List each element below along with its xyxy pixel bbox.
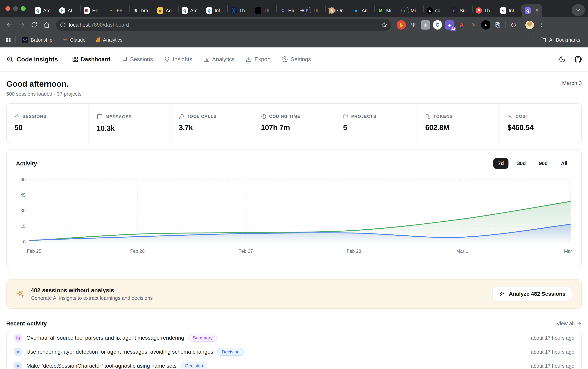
c-purple-favicon: C bbox=[280, 7, 286, 14]
grid-icon bbox=[72, 56, 78, 62]
triangle-black-favicon: ▲ bbox=[427, 7, 433, 14]
svg-text:0: 0 bbox=[23, 239, 26, 244]
nav-item-settings[interactable]: Settings bbox=[278, 53, 315, 65]
tab-label: Mi bbox=[411, 8, 416, 13]
code-insights-logo-icon bbox=[6, 56, 14, 63]
bulb-icon bbox=[164, 56, 170, 62]
browser-tab[interactable]: ◇Mi bbox=[399, 4, 423, 17]
nav-item-analytics[interactable]: Analytics bbox=[199, 53, 238, 65]
svg-text:Feb 27: Feb 27 bbox=[238, 248, 253, 254]
browser-tab[interactable]: ▲co bbox=[424, 4, 448, 17]
browser-tab[interactable]: CHir bbox=[277, 4, 301, 17]
analyze-sessions-button[interactable]: Analyze 482 Sessions bbox=[492, 287, 572, 301]
range-button-30d[interactable]: 30d bbox=[512, 158, 530, 169]
browser-tab[interactable]: QArc bbox=[32, 4, 56, 17]
recent-activity-row[interactable]: Use rendering-layer detection for agent … bbox=[7, 345, 581, 359]
browser-tab[interactable]: AIInt bbox=[497, 4, 522, 17]
bookmark-item-batonship[interactable]: </>Batonship bbox=[20, 35, 55, 44]
nav-item-insights[interactable]: Insights bbox=[160, 53, 196, 65]
leaf-favicon: ❧ bbox=[108, 7, 114, 14]
activity-timestamp: about 17 hours ago bbox=[531, 363, 574, 369]
activity-item-title: Make `detectSessionCharacter` tool-agnos… bbox=[26, 363, 176, 369]
browser-menu-button[interactable] bbox=[536, 20, 547, 30]
tab-search-chevron-button[interactable] bbox=[572, 4, 585, 16]
recent-activity-row[interactable]: Make `detectSessionCharacter` tool-agnos… bbox=[7, 359, 581, 369]
message-icon bbox=[97, 114, 103, 120]
tab-list: QArcHAIⅢHo❧FeBbra☻AdQArcQInf╳ThThCHirPTh… bbox=[32, 0, 295, 17]
nav-label: Analytics bbox=[212, 56, 235, 63]
browser-tab[interactable]: PTh bbox=[301, 4, 326, 17]
browser-tab[interactable]: ☻Ad bbox=[155, 4, 178, 17]
current-date: March 3 bbox=[562, 80, 582, 86]
browser-tab[interactable]: Th bbox=[252, 4, 277, 17]
browser-tab[interactable]: ◆An bbox=[351, 4, 374, 17]
back-button[interactable] bbox=[4, 20, 15, 30]
close-tab-icon[interactable]: ✕ bbox=[535, 8, 539, 13]
reload-button[interactable] bbox=[29, 20, 40, 30]
camera-extension-icon[interactable]: ◉ bbox=[421, 20, 430, 30]
browser-tab[interactable]: MMi bbox=[375, 4, 399, 17]
site-info-icon[interactable] bbox=[60, 22, 66, 28]
ai-white-favicon: AI bbox=[500, 7, 506, 14]
browser-tab[interactable]: ❧Fe bbox=[105, 4, 130, 17]
home-button[interactable] bbox=[41, 20, 52, 30]
nav-item-dashboard[interactable]: Dashboard bbox=[68, 53, 114, 65]
browser-tab[interactable]: HAI bbox=[56, 4, 81, 17]
svg-text:15: 15 bbox=[21, 224, 26, 229]
activity-card: Activity 7d30d90dAll 015304560Feb 25Feb … bbox=[6, 149, 582, 268]
vercel-dark-extension-icon[interactable]: ▲ bbox=[481, 20, 490, 30]
grammarly-extension-icon[interactable]: G bbox=[433, 20, 442, 30]
forward-icon bbox=[19, 21, 25, 28]
bookmark-label: Batonship bbox=[31, 37, 52, 43]
minimize-window-button[interactable] bbox=[13, 6, 18, 11]
app-header: Code Insights DashboardSessionsInsightsA… bbox=[0, 47, 588, 72]
compare-purple-extension-icon[interactable]: ◆12 bbox=[445, 20, 454, 30]
browser-tab[interactable]: AOn bbox=[326, 4, 350, 17]
apps-grid-icon[interactable] bbox=[5, 37, 11, 43]
app-title: Code Insights bbox=[17, 56, 58, 63]
devtools-button[interactable] bbox=[508, 20, 519, 30]
arc-a-extension-icon[interactable]: A bbox=[457, 20, 466, 30]
nav-label: Insights bbox=[173, 56, 192, 63]
clipboard-extension-icon[interactable]: ⎘ bbox=[493, 20, 502, 30]
theme-toggle-button[interactable] bbox=[559, 56, 566, 63]
hand-red-extension-icon[interactable]: ✋ bbox=[397, 20, 406, 30]
stat-label: TOOL CALLS bbox=[187, 114, 217, 119]
forward-button[interactable] bbox=[16, 20, 27, 30]
claude-spark-bm-icon: ✳ bbox=[62, 37, 67, 43]
browser-tab[interactable]: QArc bbox=[179, 4, 203, 17]
utensils-extension-icon[interactable]: Ψ bbox=[409, 20, 418, 30]
browser-tab[interactable]: ╳Th bbox=[228, 4, 252, 17]
browser-tab[interactable]: ⌂Su bbox=[448, 4, 473, 17]
browser-tab[interactable]: ⅢHo bbox=[81, 4, 105, 17]
range-button-90d[interactable]: 90d bbox=[534, 158, 552, 169]
bookmark-star-icon[interactable] bbox=[381, 22, 387, 28]
bookmark-item-analytics[interactable]: Analytics bbox=[93, 35, 125, 44]
nav-item-sessions[interactable]: Sessions bbox=[117, 53, 157, 65]
stat-label: SESSIONS bbox=[22, 114, 46, 119]
doc-icon bbox=[14, 334, 22, 342]
bars-orange-icon bbox=[96, 37, 100, 43]
view-all-link[interactable]: View all bbox=[556, 321, 582, 327]
all-bookmarks-button[interactable]: All Bookmarks bbox=[538, 35, 583, 44]
nav-item-export[interactable]: Export bbox=[242, 53, 275, 65]
folder-icon bbox=[540, 37, 547, 43]
browser-tab[interactable]: Bbra bbox=[130, 4, 154, 17]
black-square-favicon bbox=[255, 7, 261, 14]
banner-title: 482 sessions without analysis bbox=[31, 287, 153, 294]
bookmark-item-claude[interactable]: ✳Claude bbox=[60, 35, 88, 44]
range-button-7d[interactable]: 7d bbox=[493, 158, 508, 169]
github-link[interactable] bbox=[574, 56, 582, 63]
profile-avatar[interactable] bbox=[525, 20, 534, 30]
claude-spark-extension-icon[interactable]: ✳ bbox=[469, 20, 478, 30]
active-browser-tab[interactable]: Q✕ bbox=[522, 4, 542, 17]
url-bar[interactable]: localhost:7890/dashboard bbox=[56, 19, 391, 31]
zoom-window-button[interactable] bbox=[21, 6, 26, 11]
analysis-banner: 482 sessions without analysis Generate A… bbox=[6, 279, 582, 309]
home-icon bbox=[43, 21, 50, 28]
browser-tab[interactable]: QInf bbox=[203, 4, 227, 17]
range-button-all[interactable]: All bbox=[556, 158, 572, 169]
close-window-button[interactable] bbox=[5, 6, 10, 11]
browser-tab[interactable]: PTh bbox=[473, 4, 497, 17]
recent-activity-row[interactable]: Overhaul all source tool parsers and fix… bbox=[7, 331, 581, 345]
